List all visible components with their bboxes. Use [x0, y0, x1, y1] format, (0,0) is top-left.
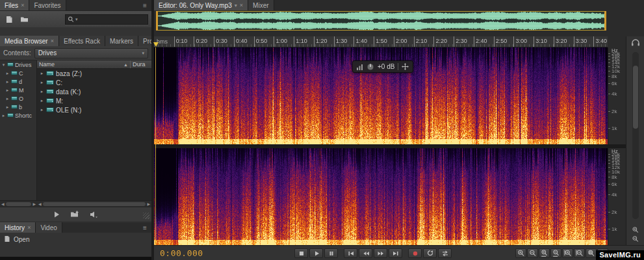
tab-files[interactable]: Files ×: [0, 0, 29, 10]
range-handle-left[interactable]: [156, 11, 158, 31]
tab-mixer[interactable]: Mixer: [248, 0, 274, 10]
scroll-left-icon[interactable]: ◀: [1, 202, 5, 206]
hud-pin-icon[interactable]: [402, 63, 409, 70]
tree-item[interactable]: ▸d: [0, 77, 36, 86]
fast-forward-button[interactable]: [374, 248, 387, 258]
range-handle-right[interactable]: [604, 11, 606, 31]
tree-item[interactable]: ▸M: [0, 86, 36, 94]
scroll-right-icon[interactable]: ▶: [32, 202, 36, 206]
zoom-out-time-button[interactable]: [550, 248, 561, 258]
zoom-out-button[interactable]: [527, 248, 538, 258]
freq-label: 8k: [612, 73, 617, 79]
list-item[interactable]: ▸data (K:): [37, 87, 151, 96]
list-item[interactable]: ▸baza (Z:): [37, 69, 151, 78]
expander-icon[interactable]: ▸: [40, 107, 44, 112]
search-input[interactable]: [79, 16, 146, 23]
scrollbar-thumb[interactable]: [43, 202, 146, 206]
shuffle-button[interactable]: [438, 248, 452, 258]
tree-item[interactable]: ▸C: [0, 69, 36, 77]
headphones-icon[interactable]: [631, 38, 640, 46]
list-item[interactable]: ▸OLE (N:): [37, 105, 151, 114]
scroll-left-icon[interactable]: ◀: [38, 202, 42, 206]
search-dropdown-icon[interactable]: ▾: [75, 17, 78, 22]
tree-hscrollbar[interactable]: ◀ ▶: [0, 200, 37, 207]
tab-markers[interactable]: Markers: [105, 36, 138, 46]
preview-play-icon[interactable]: [54, 211, 60, 218]
time-display[interactable]: 0:00.000: [160, 248, 203, 258]
rewind-button[interactable]: [359, 248, 372, 258]
pause-button[interactable]: [324, 248, 338, 258]
play-button[interactable]: [309, 248, 323, 258]
tree-shortcuts[interactable]: ▸Shortc: [0, 111, 36, 120]
close-icon[interactable]: ×: [21, 3, 24, 8]
ruler-tick-label: 1:10: [296, 38, 307, 44]
column-header-name[interactable]: Name ▲: [37, 60, 131, 68]
tab-properties[interactable]: Prop: [138, 36, 151, 46]
close-icon[interactable]: ×: [27, 225, 31, 231]
expander-icon[interactable]: ▸: [5, 71, 10, 76]
expander-icon[interactable]: ▸: [40, 71, 44, 76]
overview-range-box[interactable]: [156, 11, 606, 31]
playhead-caret[interactable]: [153, 42, 159, 47]
expander-icon[interactable]: ▸: [5, 96, 10, 101]
zoom-in-amplitude-button[interactable]: [562, 248, 573, 258]
freq-label: 8k: [612, 174, 617, 180]
speaker-icon[interactable]: [90, 211, 98, 218]
expander-icon[interactable]: ▸: [5, 105, 10, 110]
volume-hud[interactable]: +0 dB: [352, 60, 413, 73]
contents-dropdown[interactable]: Drives ▾: [34, 48, 148, 58]
close-icon[interactable]: ×: [51, 38, 54, 44]
freq-label: 2k: [612, 108, 617, 114]
playhead-line[interactable]: [155, 47, 156, 245]
skip-forward-button[interactable]: [389, 248, 402, 258]
tab-effects-rack[interactable]: Effects Rack: [59, 36, 105, 46]
panel-menu-icon[interactable]: ≡: [138, 222, 151, 233]
search-box[interactable]: ▾: [65, 14, 148, 25]
tree-root-drives[interactable]: ▾Drives: [0, 60, 36, 69]
expander-icon[interactable]: ▸: [40, 80, 44, 85]
close-icon[interactable]: ×: [240, 3, 243, 8]
list-item[interactable]: ▸C:: [37, 78, 151, 87]
vertical-scrollbar[interactable]: [632, 52, 639, 219]
zoom-in-vertical-icon[interactable]: [632, 226, 639, 233]
history-item[interactable]: Open: [0, 235, 151, 244]
expander-icon[interactable]: ▸: [5, 79, 10, 84]
zoom-in-time-button[interactable]: [539, 248, 550, 258]
overview-navigator[interactable]: [156, 11, 606, 31]
resize-grip[interactable]: [143, 213, 149, 219]
scroll-right-icon[interactable]: ▶: [147, 202, 150, 206]
tab-video[interactable]: Video: [36, 222, 62, 233]
tab-media-browser[interactable]: Media Browser ×: [0, 36, 59, 46]
spectrogram-canvas-right[interactable]: [154, 148, 608, 245]
open-folder-button[interactable]: [18, 14, 30, 25]
list-hscrollbar[interactable]: ◀ ▶: [37, 200, 151, 207]
tree-item[interactable]: ▸b: [0, 103, 36, 111]
scrollbar-thumb[interactable]: [633, 66, 638, 129]
zoom-in-button[interactable]: [515, 248, 526, 258]
loop-button[interactable]: [423, 248, 437, 258]
stop-button[interactable]: [294, 248, 308, 258]
zoom-out-amplitude-button[interactable]: [574, 248, 585, 258]
tree-item[interactable]: ▸O: [0, 94, 36, 103]
scrollbar-thumb[interactable]: [6, 202, 32, 206]
expander-icon[interactable]: ▸: [40, 89, 44, 94]
volume-knob[interactable]: [367, 63, 374, 71]
expander-icon[interactable]: ▸: [1, 113, 6, 118]
tab-history[interactable]: History ×: [0, 222, 36, 233]
tab-favorites[interactable]: Favorites: [29, 0, 66, 10]
skip-back-button[interactable]: [344, 248, 357, 258]
expander-icon[interactable]: ▾: [1, 62, 6, 68]
panel-menu-icon[interactable]: ≡: [138, 0, 151, 10]
import-file-button[interactable]: [3, 14, 15, 25]
record-button[interactable]: [408, 248, 422, 258]
column-header-duration[interactable]: Dura: [131, 60, 151, 68]
zoom-out-vertical-icon[interactable]: [632, 235, 639, 242]
timeline-ruler[interactable]: 0:100:200:300:400:501:001:101:201:301:40…: [154, 36, 608, 47]
zoom-selection-button[interactable]: [586, 248, 597, 258]
tab-editor[interactable]: Editor: 06. Only Way.mp3 ▾ ×: [154, 0, 248, 10]
expander-icon[interactable]: ▸: [40, 98, 44, 103]
list-item[interactable]: ▸M:: [37, 96, 151, 105]
chevron-down-icon[interactable]: ▾: [235, 3, 237, 8]
add-folder-icon[interactable]: [70, 211, 79, 218]
expander-icon[interactable]: ▸: [5, 88, 10, 93]
